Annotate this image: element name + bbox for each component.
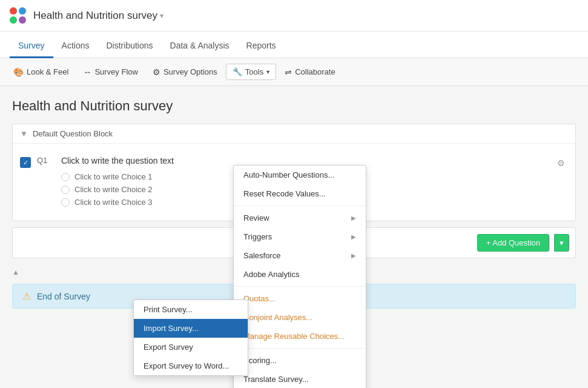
logo-grid (10, 7, 26, 24)
warning-icon: ⚠ (22, 290, 31, 302)
survey-flow-button[interactable]: ↔ Survey Flow (77, 64, 144, 80)
menu-reset-recode[interactable]: Reset Recode Values... (234, 184, 366, 203)
menu-salesforce[interactable]: Salesforce ▶ (234, 246, 366, 265)
tab-actions[interactable]: Actions (53, 35, 98, 58)
tools-label: Tools (245, 67, 263, 76)
divider-1 (234, 206, 366, 206)
tools-button[interactable]: 🔧 Tools ▾ (226, 64, 276, 80)
app-header: Health and Nutrition survey ▾ (0, 0, 588, 32)
add-question-button[interactable]: + Add Question (477, 234, 549, 252)
tab-survey[interactable]: Survey (10, 35, 53, 58)
menu-salesforce-label: Salesforce (243, 251, 280, 260)
tools-chevron-icon: ▾ (266, 69, 269, 75)
review-chevron-icon: ▶ (351, 215, 356, 221)
menu-translate-label: Translate Survey... (243, 375, 309, 384)
block-label: Default Question Block (33, 129, 113, 138)
end-of-survey-text: End of Survey (37, 292, 90, 301)
menu-triggers-label: Triggers (243, 232, 272, 241)
choice-3-text: Click to write Choice 3 (74, 198, 153, 207)
submenu-export-label: Export Survey (144, 343, 193, 352)
menu-translate[interactable]: Translate Survey... (234, 370, 366, 388)
logo-dot-purple (19, 16, 26, 24)
import-export-submenu: Print Survey... Import Survey... Export … (133, 299, 248, 376)
look-feel-label: Look & Feel (27, 67, 68, 76)
block-chevron-icon[interactable]: ▼ (20, 129, 28, 138)
app-logo (10, 7, 26, 24)
submenu-print[interactable]: Print Survey... (134, 300, 248, 319)
triggers-chevron-icon: ▶ (351, 233, 356, 240)
add-question-label: + Add Question (486, 238, 540, 247)
menu-auto-number[interactable]: Auto-Number Questions... (234, 166, 366, 184)
logo-dot-red (10, 7, 17, 15)
submenu-export[interactable]: Export Survey (134, 338, 248, 356)
tools-dropdown: Auto-Number Questions... Reset Recode Va… (233, 165, 366, 388)
menu-triggers[interactable]: Triggers ▶ (234, 227, 366, 246)
menu-review-label: Review (243, 213, 269, 222)
radio-icon (61, 173, 70, 181)
submenu-import[interactable]: Import Survey... (134, 319, 248, 338)
tools-icon: 🔧 (233, 67, 242, 76)
logo-dot-blue (19, 7, 26, 15)
look-feel-button[interactable]: 🎨 Look & Feel (7, 64, 74, 80)
logo-dot-green (10, 16, 17, 24)
question-settings-icon[interactable]: ⚙ (553, 156, 568, 170)
choice-2-text: Click to write Choice 2 (74, 185, 153, 194)
survey-flow-label: Survey Flow (94, 67, 138, 76)
tab-distributions[interactable]: Distributions (98, 35, 162, 58)
submenu-import-label: Import Survey... (144, 324, 199, 333)
collapse-icon[interactable]: ▲ (12, 268, 19, 276)
tab-data-analysis[interactable]: Data & Analysis (162, 35, 238, 58)
tab-reports[interactable]: Reports (238, 35, 285, 58)
gear-icon: ⚙ (153, 67, 160, 77)
collaborate-button[interactable]: ⇌ Collaborate (279, 64, 342, 80)
flow-icon: ↔ (83, 67, 91, 77)
divider-3 (234, 348, 366, 349)
menu-adobe[interactable]: Adobe Analytics (234, 265, 366, 284)
menu-conjoint-label: Conjoint Analyses... (243, 313, 312, 322)
toolbar: 🎨 Look & Feel ↔ Survey Flow ⚙ Survey Opt… (0, 58, 588, 86)
nav-tabs: Survey Actions Distributions Data & Anal… (0, 32, 588, 58)
menu-adobe-label: Adobe Analytics (243, 270, 300, 279)
menu-auto-number-label: Auto-Number Questions... (243, 170, 334, 179)
submenu-print-label: Print Survey... (144, 305, 193, 314)
menu-reusable-choices-label: Manage Reusable Choices... (243, 332, 345, 341)
question-id: Q1 (37, 156, 55, 165)
salesforce-chevron-icon: ▶ (351, 252, 356, 259)
page-title: Health and Nutrition survey (12, 98, 576, 114)
main-content: Health and Nutrition survey ▼ Default Qu… (0, 86, 588, 388)
title-chevron-icon[interactable]: ▾ (160, 12, 164, 20)
app-title: Health and Nutrition survey (33, 10, 157, 22)
submenu-export-word-label: Export Survey to Word... (144, 361, 229, 370)
share-icon: ⇌ (285, 67, 292, 77)
menu-conjoint[interactable]: Conjoint Analyses... (234, 308, 366, 327)
menu-scoring[interactable]: Scoring... (234, 351, 366, 370)
block-header: ▼ Default Question Block (13, 124, 575, 144)
menu-scoring-label: Scoring... (243, 356, 277, 365)
radio-icon (61, 186, 70, 194)
submenu-export-word[interactable]: Export Survey to Word... (134, 356, 248, 375)
menu-review[interactable]: Review ▶ (234, 209, 366, 227)
collaborate-label: Collaborate (295, 67, 335, 76)
radio-icon (61, 198, 70, 207)
divider-2 (234, 286, 366, 287)
menu-quotas[interactable]: Quotas... (234, 289, 366, 308)
add-question-dropdown[interactable]: ▾ (554, 234, 569, 252)
menu-reset-recode-label: Reset Recode Values... (243, 189, 326, 198)
question-checkbox[interactable]: ✓ (20, 157, 31, 168)
survey-options-button[interactable]: ⚙ Survey Options (147, 64, 223, 80)
menu-reusable-choices[interactable]: Manage Reusable Choices... (234, 327, 366, 346)
choice-1-text: Click to write Choice 1 (74, 172, 153, 181)
question-text[interactable]: Click to write the question text (61, 156, 547, 166)
palette-icon: 🎨 (13, 67, 24, 77)
survey-options-label: Survey Options (164, 67, 217, 76)
